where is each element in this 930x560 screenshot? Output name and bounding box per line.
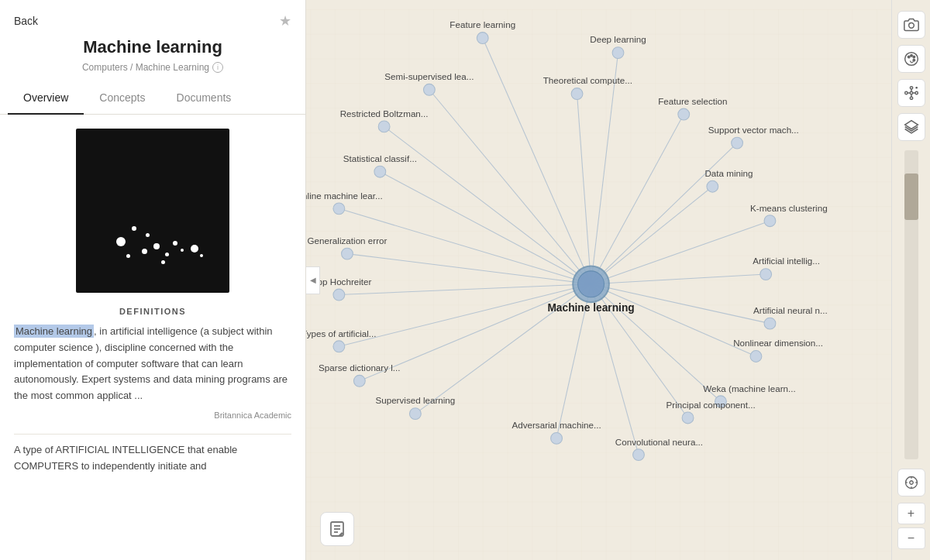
thumbnail-container bbox=[14, 129, 291, 293]
svg-point-33 bbox=[333, 203, 345, 215]
svg-point-37 bbox=[333, 289, 345, 301]
svg-text:Convolutional neura...: Convolutional neura... bbox=[615, 437, 703, 447]
layers-button[interactable] bbox=[897, 113, 925, 141]
svg-point-84 bbox=[910, 87, 912, 89]
collapse-arrow[interactable]: ◀ bbox=[306, 266, 320, 294]
svg-text:K-means clustering: K-means clustering bbox=[750, 203, 828, 213]
zoom-in-button[interactable]: + bbox=[897, 503, 925, 524]
svg-point-48 bbox=[578, 271, 604, 297]
svg-point-40 bbox=[750, 351, 762, 362]
svg-text:Theoretical compute...: Theoretical compute... bbox=[543, 75, 632, 85]
svg-text:Supervised learning: Supervised learning bbox=[375, 395, 455, 405]
tabs: Overview Concepts Documents bbox=[0, 82, 305, 115]
svg-text:Data mining: Data mining bbox=[704, 168, 753, 178]
svg-point-25 bbox=[612, 47, 624, 59]
svg-text:Feature learning: Feature learning bbox=[450, 19, 515, 29]
svg-point-41 bbox=[353, 375, 365, 387]
svg-point-44 bbox=[682, 412, 694, 424]
left-panel: Back ★ Machine learning Computers / Mach… bbox=[0, 0, 306, 560]
svg-text:Restricted Boltzman...: Restricted Boltzman... bbox=[340, 108, 429, 119]
palette-button[interactable] bbox=[897, 45, 925, 73]
svg-rect-0 bbox=[306, 9, 930, 560]
note-button[interactable] bbox=[320, 512, 354, 546]
svg-text:Machine learning: Machine learning bbox=[547, 302, 634, 314]
tab-concepts[interactable]: Concepts bbox=[84, 82, 160, 115]
svg-text:Feature selection: Feature selection bbox=[658, 96, 727, 106]
scrollbar-track[interactable] bbox=[904, 150, 918, 459]
svg-text:Weka (machine learn...: Weka (machine learn... bbox=[703, 383, 795, 393]
svg-point-24 bbox=[477, 33, 488, 44]
graph-svg: Feature learning Deep learning Theoretic… bbox=[306, 0, 930, 560]
svg-point-82 bbox=[913, 59, 915, 61]
info-icon[interactable]: i bbox=[212, 62, 223, 73]
thumbnail-image bbox=[76, 129, 229, 293]
svg-point-83 bbox=[910, 91, 912, 94]
svg-point-92 bbox=[915, 87, 918, 89]
definition-text-1: Machine learning, in artificial intellig… bbox=[14, 324, 291, 404]
svg-point-86 bbox=[910, 97, 912, 99]
svg-point-81 bbox=[913, 56, 915, 58]
tab-overview[interactable]: Overview bbox=[8, 82, 84, 115]
definition-text-2: A type of ARTIFICIAL INTELLIGENCE that e… bbox=[14, 442, 291, 475]
right-toolbar: + − bbox=[891, 0, 930, 560]
svg-text:Nonlinear dimension...: Nonlinear dimension... bbox=[733, 338, 823, 348]
breadcrumb: Computers / Machine Learning i bbox=[16, 62, 290, 73]
svg-point-39 bbox=[333, 341, 345, 352]
svg-point-38 bbox=[764, 318, 776, 329]
divider bbox=[14, 434, 291, 435]
svg-point-26 bbox=[571, 88, 583, 100]
svg-point-36 bbox=[760, 269, 772, 280]
top-bar: Back ★ bbox=[0, 0, 305, 37]
tab-documents[interactable]: Documents bbox=[161, 82, 247, 115]
svg-text:Statistical classif...: Statistical classif... bbox=[343, 153, 417, 163]
svg-text:Semi-supervised lea...: Semi-supervised lea... bbox=[384, 71, 474, 81]
svg-point-80 bbox=[910, 55, 912, 57]
right-panel: ◀ bbox=[306, 0, 930, 560]
svg-point-27 bbox=[423, 84, 435, 95]
definitions-label: DEFINITIONS bbox=[14, 307, 291, 316]
back-button[interactable]: Back bbox=[14, 15, 38, 27]
svg-point-31 bbox=[374, 166, 386, 177]
svg-text:Adversarial machine...: Adversarial machine... bbox=[512, 420, 601, 430]
svg-point-30 bbox=[732, 137, 743, 149]
svg-text:Generalization error: Generalization error bbox=[308, 235, 388, 246]
svg-text:Support vector mach...: Support vector mach... bbox=[708, 125, 799, 135]
title-area: Machine learning Computers / Machine Lea… bbox=[0, 37, 305, 82]
svg-point-43 bbox=[409, 408, 421, 420]
svg-point-79 bbox=[908, 56, 910, 58]
svg-point-32 bbox=[707, 180, 718, 192]
svg-point-35 bbox=[342, 248, 353, 259]
svg-point-87 bbox=[904, 91, 907, 94]
page-title: Machine learning bbox=[16, 37, 290, 57]
network-button[interactable] bbox=[897, 79, 925, 107]
svg-text:Types of artificial...: Types of artificial... bbox=[306, 328, 377, 338]
svg-text:Principal component...: Principal component... bbox=[666, 400, 756, 410]
svg-text:Artificial intellig...: Artificial intellig... bbox=[753, 256, 820, 266]
svg-point-95 bbox=[909, 481, 913, 485]
svg-point-29 bbox=[378, 121, 390, 132]
svg-text:Sparse dictionary l...: Sparse dictionary l... bbox=[319, 362, 400, 373]
svg-point-77 bbox=[908, 23, 914, 29]
source-1: Britannica Academic bbox=[14, 411, 291, 420]
zoom-out-button[interactable]: − bbox=[897, 527, 925, 549]
zoom-controls: + − bbox=[897, 503, 925, 549]
svg-point-46 bbox=[633, 449, 645, 461]
scrollbar-thumb[interactable] bbox=[904, 173, 918, 220]
svg-point-45 bbox=[551, 433, 563, 445]
locate-button[interactable] bbox=[897, 469, 925, 496]
content-area: DEFINITIONS Machine learning, in artific… bbox=[0, 115, 305, 560]
svg-point-28 bbox=[678, 108, 690, 120]
svg-text:Online machine lear...: Online machine lear... bbox=[306, 191, 383, 201]
svg-text:Deep learning: Deep learning bbox=[590, 34, 646, 44]
svg-text:Artificial neural n...: Artificial neural n... bbox=[753, 305, 828, 315]
highlighted-term: Machine learning bbox=[14, 325, 94, 338]
svg-point-34 bbox=[764, 215, 776, 227]
svg-point-85 bbox=[915, 91, 918, 94]
favorite-button[interactable]: ★ bbox=[279, 12, 291, 29]
camera-button[interactable] bbox=[897, 11, 925, 39]
